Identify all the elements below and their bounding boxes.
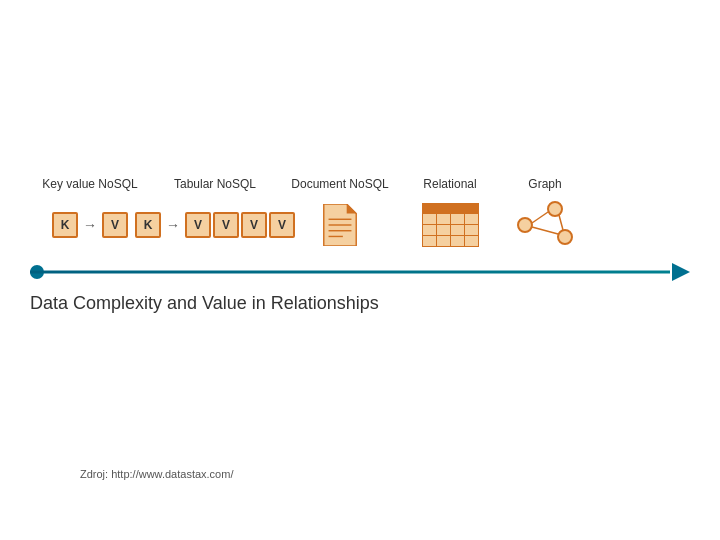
kv-box: K → V bbox=[52, 212, 128, 238]
svg-point-6 bbox=[518, 218, 532, 232]
doc-icon-svg bbox=[323, 204, 357, 246]
tab-arrow: → bbox=[166, 217, 180, 233]
icon-kv: K → V bbox=[30, 212, 150, 238]
tab-key-cell: K bbox=[135, 212, 161, 238]
label-graph: Graph bbox=[500, 177, 590, 191]
svg-point-8 bbox=[558, 230, 572, 244]
complexity-arrow-container bbox=[30, 263, 690, 281]
label-document: Document NoSQL bbox=[280, 177, 400, 191]
svg-line-9 bbox=[532, 212, 548, 223]
diagram-area: Key value NoSQL Tabular NoSQL Document N… bbox=[20, 177, 700, 364]
complexity-label: Data Complexity and Value in Relationshi… bbox=[30, 293, 379, 314]
label-tabular: Tabular NoSQL bbox=[150, 177, 280, 191]
svg-point-7 bbox=[548, 202, 562, 216]
icon-relational bbox=[400, 203, 500, 247]
main-container: Key value NoSQL Tabular NoSQL Document N… bbox=[0, 0, 720, 540]
icon-tabular: K → V V V V bbox=[150, 212, 280, 238]
label-relational: Relational bbox=[400, 177, 500, 191]
icon-graph bbox=[500, 201, 590, 249]
labels-row: Key value NoSQL Tabular NoSQL Document N… bbox=[20, 177, 700, 191]
label-kv: Key value NoSQL bbox=[30, 177, 150, 191]
svg-line-11 bbox=[559, 215, 563, 230]
graph-network-icon bbox=[515, 201, 575, 249]
arrow-head bbox=[672, 263, 690, 281]
rel-table bbox=[422, 203, 479, 247]
tab-box: K → V V V V bbox=[135, 212, 295, 238]
icons-row: K → V K → V V V V bbox=[20, 201, 700, 249]
tab-v2: V bbox=[213, 212, 239, 238]
tab-v3: V bbox=[241, 212, 267, 238]
kv-value-cell: V bbox=[102, 212, 128, 238]
svg-line-10 bbox=[532, 227, 558, 234]
tab-v1: V bbox=[185, 212, 211, 238]
kv-arrow: → bbox=[83, 217, 97, 233]
kv-key-cell: K bbox=[52, 212, 78, 238]
arrow-line bbox=[30, 270, 670, 273]
icon-document bbox=[280, 204, 400, 246]
source-citation: Zdroj: http://www.datastax.com/ bbox=[80, 468, 233, 480]
tab-value-cells: V V V V bbox=[185, 212, 295, 238]
